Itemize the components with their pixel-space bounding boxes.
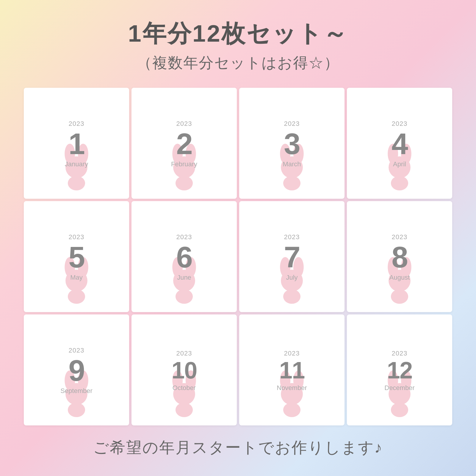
calendar-card-10: 202310October [131,314,237,425]
month-number: 2 [176,129,192,159]
month-number: 7 [284,242,300,272]
calendar-grid: 20231January20232February20233March20234… [24,88,452,425]
year-label: 2023 [176,233,192,241]
month-name: June [177,274,191,281]
month-name: April [393,160,406,168]
month-name: January [65,160,88,168]
svg-point-35 [68,403,85,417]
month-number: 11 [279,358,305,382]
year-label: 2023 [392,350,408,357]
month-name: November [277,384,307,392]
month-number: 4 [392,129,408,159]
month-number: 12 [387,358,412,382]
calendar-card-3: 20233March [239,88,345,199]
svg-point-31 [391,289,408,304]
month-name: March [283,160,301,168]
month-number: 9 [68,356,84,385]
footer-text: ご希望の年月スタートでお作りします♪ [93,437,383,458]
year-label: 2023 [176,350,192,357]
month-name: February [171,160,197,168]
calendar-card-11: 202311November [239,314,345,425]
svg-point-39 [176,403,193,417]
month-number: 3 [284,129,300,159]
svg-point-27 [283,289,300,304]
svg-point-19 [68,289,85,304]
year-label: 2023 [176,120,192,128]
svg-point-43 [283,403,300,417]
calendar-card-4: 20234April [347,88,452,199]
year-label: 2023 [284,233,300,241]
year-label: 2023 [69,347,84,354]
svg-point-3 [68,176,85,190]
year-label: 2023 [69,120,84,128]
year-label: 2023 [392,233,408,241]
month-number: 1 [68,129,84,159]
calendar-card-9: 20239September [24,314,129,425]
year-label: 2023 [69,233,84,241]
month-name: July [286,274,298,281]
month-number: 5 [68,242,84,272]
calendar-card-2: 20232February [131,88,237,199]
calendar-card-12: 202312December [347,314,452,425]
month-number: 8 [392,242,408,272]
month-name: December [384,384,414,392]
month-number: 10 [172,358,197,382]
svg-point-15 [391,176,408,190]
month-number: 6 [176,242,192,272]
month-name: October [173,384,196,392]
month-name: August [389,274,410,281]
title-main: 1年分12枚セット～ [128,18,348,50]
svg-point-47 [391,403,408,417]
calendar-card-8: 20238August [347,201,452,312]
calendar-card-1: 20231January [24,88,129,199]
svg-point-7 [176,176,193,190]
calendar-card-6: 20236June [131,201,237,312]
year-label: 2023 [284,120,300,128]
year-label: 2023 [392,120,408,128]
title-sub: （複数年分セットはお得☆） [137,53,339,73]
svg-point-11 [283,176,300,190]
year-label: 2023 [284,350,300,357]
month-name: September [60,387,93,395]
month-name: May [70,274,83,281]
svg-point-23 [176,289,193,304]
calendar-card-5: 20235May [24,201,129,312]
calendar-card-7: 20237July [239,201,345,312]
